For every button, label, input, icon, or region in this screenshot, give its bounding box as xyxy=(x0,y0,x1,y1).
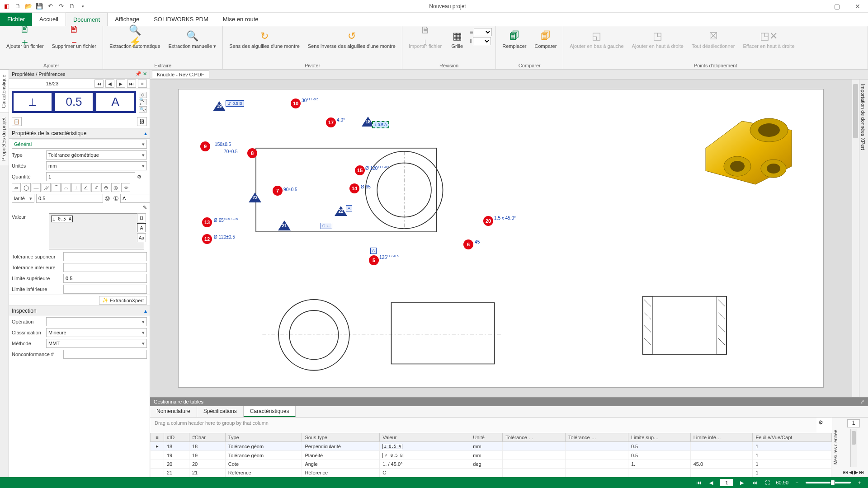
lim-inf-input[interactable] xyxy=(63,285,147,294)
fcf-18-selected[interactable]: ⟂ 0.5 A xyxy=(372,121,389,128)
measures-last[interactable]: ⏭ xyxy=(859,469,864,475)
col-limsup[interactable]: Limite sup… xyxy=(628,433,690,442)
font-icon[interactable]: Aa xyxy=(137,233,146,242)
remove-file-button[interactable]: 🗎－Supprimer un fichier xyxy=(49,28,99,51)
col-type[interactable]: Type xyxy=(225,433,302,442)
xpert-import-tab[interactable]: Importation de données XPert xyxy=(859,80,867,155)
gdt-profile-line-icon[interactable]: ⌒ xyxy=(52,183,61,192)
classification-dropdown[interactable]: Mineure xyxy=(46,328,147,337)
nav-next-button[interactable]: ▶ xyxy=(116,80,125,88)
status-prev-button[interactable]: ◀ xyxy=(707,479,715,487)
replace-button[interactable]: 🗐Remplacer xyxy=(500,28,529,51)
gdt-concentric-icon[interactable]: ◎ xyxy=(111,183,120,192)
col-valeur[interactable]: Valeur xyxy=(380,433,470,442)
import-file-button[interactable]: 🗎↓Importer fichier xyxy=(406,28,444,51)
lim-sup-input[interactable] xyxy=(63,274,147,283)
col-tol-plus[interactable]: Tolérance … xyxy=(503,433,566,442)
status-first-button[interactable]: ⏮ xyxy=(694,479,703,487)
nav-first-button[interactable]: ⏮ xyxy=(94,80,104,88)
save-icon[interactable]: 💾 xyxy=(35,2,43,10)
clear-tr-button[interactable]: ◳✕Effacer en haut à droite xyxy=(740,28,797,51)
side-tab-characteristic[interactable]: Caractéristique xyxy=(0,70,9,113)
balloon-7[interactable]: 7 xyxy=(273,186,283,196)
print-icon[interactable]: 🗋 xyxy=(68,2,76,10)
zoom-in-button[interactable]: + xyxy=(855,479,863,487)
tolerance-value-input[interactable] xyxy=(36,194,103,203)
rotate-cw-button[interactable]: ↻Sens des aiguilles d'une montre xyxy=(226,28,302,51)
balloon-20[interactable]: 20 xyxy=(483,216,493,226)
balloon-6[interactable]: 6 xyxy=(463,239,473,249)
edit-fcf-button[interactable]: ✎ xyxy=(143,205,147,211)
modifier-2-button[interactable]: Ⓛ xyxy=(113,195,118,202)
grid-v-select[interactable] xyxy=(473,37,491,45)
col-sous-type[interactable]: Sous-type xyxy=(302,433,380,442)
gdt-profile-surface-icon[interactable]: ⌓ xyxy=(61,183,71,192)
new-icon[interactable]: 🗋 xyxy=(14,2,22,10)
datum-A-icon[interactable]: A xyxy=(137,223,146,232)
gdt-flatness-icon[interactable]: ⏥ xyxy=(12,183,21,192)
zoom-out-icon[interactable]: 🔍- xyxy=(139,106,147,113)
grid-button[interactable]: ▦Grille xyxy=(447,28,467,51)
type-dropdown[interactable]: Tolérance géométrique xyxy=(46,150,147,160)
gdt-symmetry-icon[interactable]: ⌯ xyxy=(121,183,130,192)
balloon-14[interactable]: 14 xyxy=(349,183,359,193)
general-dropdown[interactable]: Général xyxy=(12,140,147,149)
status-next-button[interactable]: ▶ xyxy=(738,479,746,487)
tm-tab-nomenclature[interactable]: Nomenclature xyxy=(150,406,197,417)
balloon-12[interactable]: 12 xyxy=(202,234,212,244)
align-bl-button[interactable]: ◱Ajouter en bas à gauche xyxy=(567,28,626,51)
tol-sup-input[interactable] xyxy=(63,252,147,261)
compare-button[interactable]: 🗐Comparer xyxy=(532,28,559,51)
nav-list-button[interactable]: ≡ xyxy=(138,80,147,88)
col-tol-minus[interactable]: Tolérance … xyxy=(566,433,628,442)
balloon-10[interactable]: 10 xyxy=(291,99,301,108)
measures-prev[interactable]: ◀ xyxy=(849,469,853,475)
side-tab-project-properties[interactable]: Propriétés du projet xyxy=(0,113,9,165)
balloon-13[interactable]: 13 xyxy=(202,217,212,227)
nonconf-input[interactable] xyxy=(63,350,147,359)
tab-mise-en-route[interactable]: Mise en route xyxy=(216,13,266,26)
gdt-cylindricity-icon[interactable]: ⌭ xyxy=(42,183,51,192)
clarity-dropdown[interactable]: larité xyxy=(12,194,34,203)
col-id[interactable]: #ID xyxy=(164,433,189,442)
gdt-position-icon[interactable]: ⊕ xyxy=(101,183,110,192)
col-feuille[interactable]: Feuille/Vue/Capt xyxy=(753,433,832,442)
datum-input[interactable] xyxy=(120,194,150,203)
table-row[interactable]: 1919 Tolérance géomPlanéité ⫽ 0.5 B mm 0… xyxy=(151,451,832,460)
tab-affichage[interactable]: Affichage xyxy=(108,13,146,26)
balloon-9[interactable]: 9 xyxy=(200,141,210,151)
tm-expand-icon[interactable]: ⤢ xyxy=(860,399,864,405)
drawing-viewer[interactable]: 9 8 7 10 17 15 14 13 12 5 6 20 19 18 23 xyxy=(150,80,852,397)
tab-pdm[interactable]: SOLIDWORKS PDM xyxy=(146,13,216,26)
gdt-parallel-icon[interactable]: ⫽ xyxy=(91,183,100,192)
tab-accueil[interactable]: Accueil xyxy=(32,13,66,26)
balloon-5[interactable]: 5 xyxy=(369,255,379,265)
methode-dropdown[interactable]: MMT xyxy=(46,339,147,348)
measures-scroll[interactable] xyxy=(850,429,857,467)
extraction-xpert-button[interactable]: ✨ExtractionXpert xyxy=(99,296,147,305)
modifier-1-button[interactable]: Ⓜ xyxy=(105,195,110,202)
auto-extract-button[interactable]: 🔍⚡Extraction automatique xyxy=(107,28,163,51)
minimize-button[interactable]: — xyxy=(806,0,826,13)
zoom-slider[interactable] xyxy=(806,482,851,483)
measures-next[interactable]: ▶ xyxy=(854,469,858,475)
status-fit-button[interactable]: ⛶ xyxy=(763,479,771,487)
measures-first[interactable]: ⏮ xyxy=(843,469,848,475)
omega-icon[interactable]: Ω xyxy=(137,213,146,222)
nav-last-button[interactable]: ⏭ xyxy=(127,80,136,88)
close-button[interactable]: ✕ xyxy=(847,0,868,13)
status-last-button[interactable]: ⏭ xyxy=(750,479,759,487)
document-tab[interactable]: Knuckle - Rev C.PDF xyxy=(152,70,209,78)
undo-icon[interactable]: ↶ xyxy=(46,2,54,10)
balloon-8[interactable]: 8 xyxy=(247,148,257,158)
collapse-icon[interactable]: ▴ xyxy=(144,130,147,136)
status-page-input[interactable] xyxy=(720,479,733,486)
tm-tab-characteristics[interactable]: Caractéristiques xyxy=(244,406,296,417)
viewer-scrollbar[interactable] xyxy=(852,80,859,397)
value-box[interactable]: ⟂ 0.5 A xyxy=(49,213,144,249)
table-row[interactable]: 2121 RéférenceRéférence C 1 xyxy=(151,469,832,477)
balloon-15[interactable]: 15 xyxy=(355,165,365,175)
col-char[interactable]: #Char xyxy=(189,433,225,442)
col-liminf[interactable]: Limite infé… xyxy=(690,433,753,442)
col-unite[interactable]: Unité xyxy=(470,433,503,442)
